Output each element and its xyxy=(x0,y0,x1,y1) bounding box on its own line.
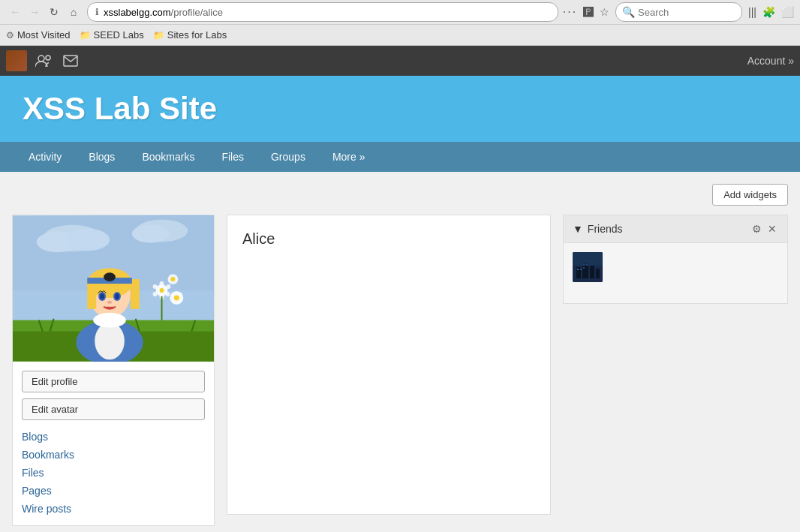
search-input[interactable] xyxy=(638,7,735,18)
widget-header: ▼ Friends ⚙ ✕ xyxy=(564,215,787,243)
toolbar-right: ··· 🅿 ☆ 🔍 ||| 🧩 ⬜ xyxy=(563,2,794,22)
profile-link-wire-posts[interactable]: Wire posts xyxy=(22,501,205,516)
address-url: xsslabelgg.com/profile/alice xyxy=(104,7,223,18)
svg-point-28 xyxy=(160,288,164,293)
profile-links: Blogs Bookmarks Files Pages Wire posts xyxy=(13,429,214,525)
svg-rect-48 xyxy=(596,269,600,278)
account-link[interactable]: Account » xyxy=(747,55,794,67)
nav-blogs[interactable]: Blogs xyxy=(75,142,128,172)
svg-rect-2 xyxy=(64,56,77,66)
widget-title-label: Friends xyxy=(588,223,623,235)
friends-widget: ▼ Friends ⚙ ✕ xyxy=(563,215,788,304)
svg-point-20 xyxy=(104,272,116,281)
svg-rect-47 xyxy=(590,266,594,278)
bookmarks-bar: ⚙ Most Visited 📁 SEED Labs 📁 Sites for L… xyxy=(0,24,800,45)
edit-avatar-button[interactable]: Edit avatar xyxy=(22,398,205,420)
edit-profile-button[interactable]: Edit profile xyxy=(22,371,205,392)
widget-actions: ⚙ ✕ xyxy=(750,221,778,236)
svg-point-32 xyxy=(174,295,179,300)
svg-point-0 xyxy=(38,56,44,62)
browser-chrome: ← → ↻ ⌂ ℹ xsslabelgg.com/profile/alice ·… xyxy=(0,0,800,46)
back-button[interactable]: ← xyxy=(6,3,24,21)
home-button[interactable]: ⌂ xyxy=(65,3,83,21)
pocket-icon[interactable]: 🅿 xyxy=(583,6,594,18)
search-icon: 🔍 xyxy=(622,6,635,18)
info-icon: ℹ xyxy=(95,7,99,17)
nav-activity[interactable]: Activity xyxy=(15,142,75,172)
widget-content xyxy=(564,243,787,303)
fullscreen-icon[interactable]: ⬜ xyxy=(781,6,794,18)
svg-point-30 xyxy=(170,277,175,281)
nav-buttons: ← → ↻ ⌂ xyxy=(6,3,83,21)
svg-point-38 xyxy=(153,284,158,289)
profile-buttons: Edit profile Edit avatar xyxy=(13,362,214,429)
widget-box: ▼ Friends ⚙ ✕ xyxy=(563,215,788,304)
widget-close-button[interactable]: ✕ xyxy=(766,221,778,236)
svg-point-26 xyxy=(93,313,126,328)
svg-rect-53 xyxy=(583,267,585,269)
bookmark-label-seed-labs: SEED Labs xyxy=(94,29,144,41)
svg-point-1 xyxy=(46,56,50,60)
svg-point-23 xyxy=(100,293,104,299)
nav-bookmarks[interactable]: Bookmarks xyxy=(128,142,208,172)
profile-avatar-image xyxy=(13,215,214,362)
svg-point-13 xyxy=(95,323,125,360)
mail-icon[interactable] xyxy=(60,50,81,71)
url-host: xsslabelgg.com xyxy=(104,7,171,18)
nav-groups[interactable]: Groups xyxy=(257,142,319,172)
star-icon[interactable]: ☆ xyxy=(600,6,609,18)
svg-rect-18 xyxy=(131,279,140,309)
add-widgets-button[interactable]: Add widgets xyxy=(712,184,788,206)
avatar-icon[interactable] xyxy=(6,50,27,71)
site-title: XSS Lab Site xyxy=(23,91,777,127)
profile-main-content: Alice xyxy=(227,215,551,515)
reload-button[interactable]: ↻ xyxy=(45,3,63,21)
svg-point-25 xyxy=(107,301,112,304)
library-icon[interactable]: ||| xyxy=(748,6,756,18)
more-menu-icon[interactable]: ··· xyxy=(563,5,577,19)
svg-rect-49 xyxy=(577,269,579,270)
bookmark-label-most-visited: Most Visited xyxy=(17,29,71,41)
nav-files[interactable]: Files xyxy=(208,142,257,172)
svg-rect-50 xyxy=(580,269,582,270)
site-header: XSS Lab Site xyxy=(0,76,800,142)
profile-link-files[interactable]: Files xyxy=(22,465,205,480)
widget-arrow-icon: ▼ xyxy=(573,223,583,235)
extensions-icon[interactable]: 🧩 xyxy=(762,6,775,18)
search-box[interactable]: 🔍 xyxy=(615,2,742,22)
main-area: Add widgets xyxy=(0,172,800,532)
bookmark-seed-labs[interactable]: 📁 SEED Labs xyxy=(80,29,144,41)
forward-button[interactable]: → xyxy=(26,3,44,21)
friends-icon[interactable] xyxy=(33,50,54,71)
ff-right: Account » xyxy=(747,55,794,67)
nav-more[interactable]: More » xyxy=(319,142,379,172)
bookmark-icon-most-visited: ⚙ xyxy=(6,30,14,41)
address-bar[interactable]: ℹ xsslabelgg.com/profile/alice xyxy=(87,2,558,22)
friend-avatar[interactable] xyxy=(573,252,603,282)
svg-point-24 xyxy=(115,293,119,299)
svg-rect-54 xyxy=(573,252,603,266)
profile-link-bookmarks[interactable]: Bookmarks xyxy=(22,447,205,462)
browser-toolbar: ← → ↻ ⌂ ℹ xsslabelgg.com/profile/alice ·… xyxy=(0,0,800,24)
profile-card: Edit profile Edit avatar Blogs Bookmarks… xyxy=(12,215,215,526)
svg-point-34 xyxy=(166,284,170,289)
profile-link-pages[interactable]: Pages xyxy=(22,483,205,498)
content-layout: Edit profile Edit avatar Blogs Bookmarks… xyxy=(12,215,788,526)
widget-gear-button[interactable]: ⚙ xyxy=(750,221,763,236)
add-widgets-row: Add widgets xyxy=(12,184,788,206)
bookmark-label-sites-for-labs: Sites for Labs xyxy=(167,29,227,41)
bookmark-most-visited[interactable]: ⚙ Most Visited xyxy=(6,29,71,41)
bookmark-icon-sites-for-labs: 📁 xyxy=(153,30,164,41)
ff-left xyxy=(6,50,81,71)
profile-link-blogs[interactable]: Blogs xyxy=(22,429,205,444)
site-navigation: Activity Blogs Bookmarks Files Groups Mo… xyxy=(0,142,800,172)
widget-title: ▼ Friends xyxy=(573,223,623,235)
svg-point-35 xyxy=(165,292,170,296)
svg-point-33 xyxy=(160,281,164,286)
bookmark-icon-seed-labs: 📁 xyxy=(80,30,91,41)
url-path: /profile/alice xyxy=(171,7,223,18)
svg-point-37 xyxy=(153,292,158,296)
firefox-app-bar: Account » xyxy=(0,46,800,76)
bookmark-sites-for-labs[interactable]: 📁 Sites for Labs xyxy=(153,29,227,41)
profile-username: Alice xyxy=(242,230,535,248)
